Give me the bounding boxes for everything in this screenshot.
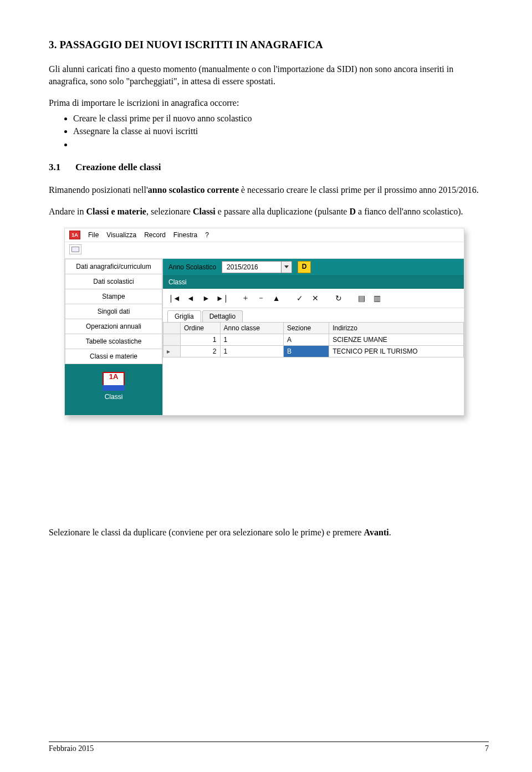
anno-scolastico-select[interactable]: 2015/2016 (222, 261, 292, 273)
nav-last-icon[interactable]: ►∣ (216, 292, 228, 304)
add-icon[interactable]: ＋ (239, 292, 252, 304)
anno-scolastico-value: 2015/2016 (222, 263, 281, 271)
cell-indirizzo: SCIENZE UMANE (329, 334, 464, 345)
menu-record[interactable]: Record (144, 231, 166, 239)
footer-left: Febbraio 2015 (49, 744, 94, 753)
sidebar-item-scolastici[interactable]: Dati scolastici (65, 274, 162, 289)
sidebar-item-operazioni[interactable]: Operazioni annuali (65, 319, 162, 334)
col-sezione: Sezione (283, 322, 329, 334)
anno-scolastico-row: Anno Scolastico 2015/2016 D (163, 259, 464, 276)
nav-next-icon[interactable]: ► (200, 292, 212, 304)
section-bar-label: Classi (168, 278, 187, 286)
cancel-icon[interactable]: ✕ (309, 292, 321, 304)
row-marker (163, 334, 181, 345)
paragraph-4: Andare in Classi e materie, selezionare … (49, 206, 489, 218)
app-main: Anno Scolastico 2015/2016 D Classi ∣◄ ◄ … (163, 259, 464, 415)
table-header-row: Ordine Anno classe Sezione Indirizzo (163, 322, 464, 334)
paragraph-3: Rimanendo posizionati nell'anno scolasti… (49, 184, 489, 196)
cell-sezione: A (283, 334, 329, 345)
page-footer: Febbraio 2015 7 (49, 742, 489, 753)
paragraph-2-intro: Prima di importare le iscrizioni in anag… (49, 97, 489, 109)
chevron-down-icon[interactable] (281, 262, 291, 273)
nav-first-icon[interactable]: ∣◄ (168, 292, 181, 304)
app-screenshot: 1A File Visualizza Record Finestra ? Dat… (64, 228, 464, 416)
nav-prev-icon[interactable]: ◄ (185, 292, 197, 304)
confirm-icon[interactable]: ✓ (294, 292, 306, 304)
bullet-item (73, 139, 489, 151)
window-mode-icon[interactable] (69, 244, 81, 254)
menu-finestra[interactable]: Finestra (173, 231, 197, 239)
menu-visualizza[interactable]: Visualizza (106, 231, 136, 239)
app-sidebar: Dati anagrafici/curriculum Dati scolasti… (65, 259, 163, 415)
col-marker (163, 322, 181, 334)
section-title-text: PASSAGGIO DEI NUOVI ISCRITTI IN ANAGRAFI… (60, 39, 323, 50)
col-anno: Anno classe (220, 322, 283, 334)
edit-icon[interactable]: ▲ (270, 292, 283, 304)
sidebar-item-tabelle[interactable]: Tabelle scolastiche (65, 334, 162, 349)
subsection-heading: 3.1 Creazione delle classi (49, 162, 489, 173)
duplicate-button[interactable]: D (298, 261, 311, 273)
menu-help[interactable]: ? (205, 231, 209, 239)
col-ordine: Ordine (181, 322, 221, 334)
section-heading: 3. PASSAGGIO DEI NUOVI ISCRITTI IN ANAGR… (49, 39, 489, 51)
cell-anno: 1 (220, 334, 283, 345)
cell-indirizzo: TECNICO PER IL TURISMO (329, 345, 464, 357)
refresh-icon[interactable]: ↻ (332, 292, 345, 304)
extra-button-1-icon[interactable]: ▤ (356, 292, 368, 304)
bullet-item: Assegnare la classe ai nuovi iscritti (73, 125, 489, 137)
table-row[interactable]: ▸ 2 1 B TECNICO PER IL TURISMO (163, 345, 464, 357)
sidebar-item-stampe[interactable]: Stampe (65, 289, 162, 304)
cell-sezione: B (283, 345, 329, 357)
section-bar: Classi (163, 276, 464, 289)
cell-anno: 1 (220, 345, 283, 357)
bullet-list: Creare le classi prime per il nuovo anno… (49, 113, 489, 151)
extra-button-2-icon[interactable]: ▥ (371, 292, 383, 304)
sidebar-item-classi[interactable]: Classi e materie (65, 349, 162, 364)
col-indirizzo: Indirizzo (329, 322, 464, 334)
cell-ordine: 2 (181, 345, 221, 357)
paragraph-5: Selezionare le classi da duplicare (conv… (49, 526, 489, 539)
footer-page: 7 (485, 744, 489, 753)
paragraph-1: Gli alunni caricati fino a questo moment… (49, 63, 489, 87)
classi-icon[interactable]: 1A (103, 372, 125, 391)
anno-scolastico-label: Anno Scolastico (168, 263, 216, 271)
classi-caption: Classi (65, 393, 162, 401)
section-number: 3. (49, 39, 57, 50)
sidebar-lower-panel: 1A Classi (65, 364, 162, 415)
view-tabs: Griglia Dettaglio (163, 308, 464, 322)
sidebar-item-singoli[interactable]: Singoli dati (65, 304, 162, 319)
sidebar-item-anagrafici[interactable]: Dati anagrafici/curriculum (65, 259, 162, 274)
row-marker: ▸ (163, 345, 181, 357)
subsection-number: 3.1 (49, 162, 64, 173)
record-toolbar: ∣◄ ◄ ► ►∣ ＋ － ▲ ✓ ✕ ↻ ▤ ▥ (163, 289, 464, 308)
classi-table[interactable]: Ordine Anno classe Sezione Indirizzo 1 1… (163, 322, 464, 357)
tab-griglia[interactable]: Griglia (167, 310, 201, 322)
tab-dettaglio[interactable]: Dettaglio (202, 310, 243, 322)
table-row[interactable]: 1 1 A SCIENZE UMANE (163, 334, 464, 345)
app-logo-icon: 1A (69, 231, 80, 239)
menu-file[interactable]: File (88, 231, 99, 239)
app-sub-toolbar (65, 242, 464, 259)
subsection-title: Creazione delle classi (75, 162, 161, 173)
remove-icon[interactable]: － (255, 292, 267, 304)
app-menubar: 1A File Visualizza Record Finestra ? (65, 228, 464, 242)
cell-ordine: 1 (181, 334, 221, 345)
bullet-item: Creare le classi prime per il nuovo anno… (73, 113, 489, 125)
